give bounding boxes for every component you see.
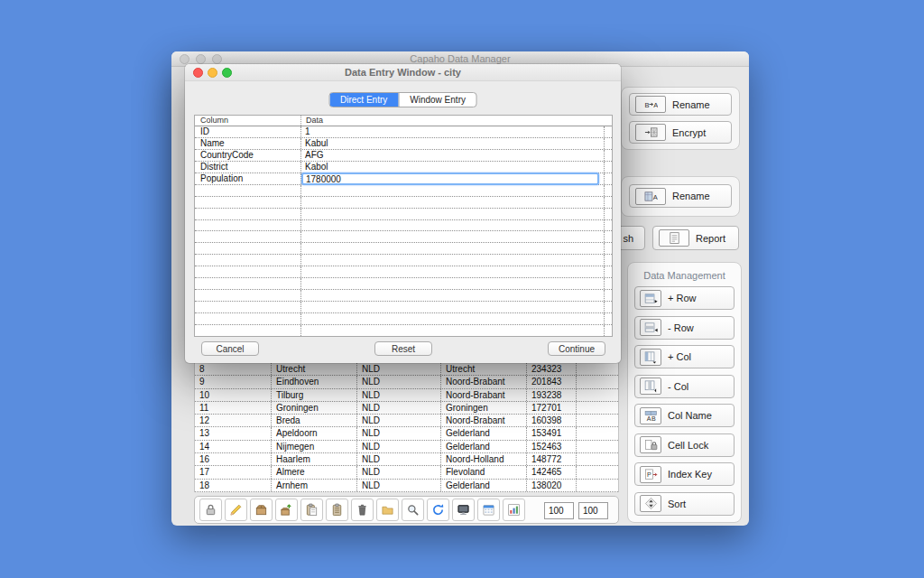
table-row[interactable]: 16HaarlemNLDNoord-Holland148772	[195, 453, 618, 466]
dialog-minimize-button[interactable]	[208, 68, 217, 78]
table-cell[interactable]: 201843	[527, 376, 577, 387]
clipboard-icon[interactable]	[326, 499, 348, 521]
table-cell[interactable]: 172701	[527, 402, 577, 414]
box-up-icon[interactable]	[275, 499, 298, 521]
entry-data-cell[interactable]: Kabul	[301, 138, 605, 149]
table-cell[interactable]: Haarlem	[272, 453, 357, 465]
table-cell[interactable]: Nijmegen	[272, 441, 357, 452]
table-cell[interactable]: Gelderland	[441, 480, 527, 491]
entry-row-empty[interactable]	[195, 278, 612, 290]
pencil-icon[interactable]	[225, 499, 247, 521]
table-row[interactable]: 10TilburgNLDNoord-Brabant193238	[195, 389, 618, 402]
reset-button[interactable]: Reset	[374, 341, 432, 356]
dm-button-celllock[interactable]: Cell Lock	[634, 434, 735, 457]
continue-button[interactable]: Continue	[548, 341, 605, 356]
entry-row-empty[interactable]	[195, 290, 612, 302]
table-row[interactable]: 13ApeldoornNLDGelderland153491	[195, 427, 618, 440]
table-cell[interactable]: Groningen	[441, 402, 527, 414]
table-cell[interactable]: 138020	[527, 480, 577, 491]
entry-data-cell[interactable]: AFG	[301, 150, 605, 161]
table-cell[interactable]	[577, 466, 618, 478]
table-row[interactable]: 9EindhovenNLDNoord-Brabant201843	[195, 376, 618, 388]
entry-row-empty[interactable]	[195, 313, 612, 325]
entry-row-empty[interactable]	[195, 266, 612, 278]
table-row[interactable]: 18ArnhemNLDGelderland138020	[195, 480, 618, 492]
calendar-icon[interactable]	[477, 499, 500, 521]
table-cell[interactable]: 12	[195, 415, 272, 426]
table-cell[interactable]: Utrecht	[272, 363, 357, 375]
paste-icon[interactable]	[300, 499, 323, 521]
table-cell[interactable]	[577, 402, 618, 414]
table-cell[interactable]: Almere	[272, 466, 357, 478]
entry-row-empty[interactable]	[195, 243, 612, 255]
table-row[interactable]: 11GroningenNLDGroningen172701	[195, 402, 618, 415]
table-cell[interactable]: Arnhem	[272, 480, 357, 491]
table-cell[interactable]: Gelderland	[441, 441, 527, 452]
encrypt-button[interactable]: Encrypt	[629, 121, 732, 144]
display-icon[interactable]	[452, 499, 475, 521]
table-cell[interactable]	[577, 389, 618, 401]
entry-row-empty[interactable]	[195, 185, 612, 197]
table-cell[interactable]: 17	[195, 466, 272, 478]
rename-button[interactable]: BARename	[629, 93, 732, 116]
folder-icon[interactable]	[376, 499, 399, 521]
table-cell[interactable]: 11	[195, 402, 272, 414]
dm-button-col[interactable]: + Col	[634, 345, 735, 368]
entry-row-empty[interactable]	[195, 231, 612, 243]
table-cell[interactable]: NLD	[357, 480, 441, 491]
table-cell[interactable]: NLD	[357, 376, 441, 387]
cancel-button[interactable]: Cancel	[201, 341, 259, 356]
table-cell[interactable]: NLD	[357, 441, 441, 452]
table-cell[interactable]	[577, 363, 618, 375]
table-row[interactable]: 14NijmegenNLDGelderland152463	[195, 441, 618, 453]
table-cell[interactable]	[577, 376, 618, 387]
dm-button-row[interactable]: - Row	[634, 316, 735, 340]
table-cell[interactable]: 148772	[527, 453, 577, 465]
entry-row-empty[interactable]	[195, 302, 612, 313]
table-cell[interactable]: Flevoland	[441, 466, 527, 478]
table-cell[interactable]: Noord-Holland	[441, 453, 527, 465]
dialog-close-button[interactable]	[193, 68, 203, 78]
dialog-zoom-button[interactable]	[222, 68, 232, 78]
table-cell[interactable]	[577, 427, 618, 439]
table-cell[interactable]: NLD	[357, 415, 441, 426]
lock-icon[interactable]	[199, 499, 222, 521]
table-cell[interactable]: 152463	[527, 441, 577, 452]
entry-row-empty[interactable]	[195, 255, 612, 266]
table-cell[interactable]	[577, 480, 618, 491]
table-cell[interactable]: 18	[195, 480, 272, 491]
table-cell[interactable]: Noord-Brabant	[441, 415, 527, 426]
dialog-titlebar[interactable]: Data Entry Window - city	[185, 64, 621, 81]
entry-row-empty[interactable]	[195, 325, 612, 337]
table-cell[interactable]: 160398	[527, 415, 577, 426]
table-cell[interactable]: NLD	[357, 402, 441, 414]
entry-data-cell[interactable]: 1780000	[301, 173, 605, 184]
table-row[interactable]: 17AlmereNLDFlevoland142465	[195, 466, 618, 479]
entry-data-cell[interactable]: Kabol	[301, 162, 605, 172]
table-cell[interactable]: NLD	[357, 466, 441, 478]
zoom-button[interactable]	[212, 54, 222, 64]
table-cell[interactable]: Gelderland	[441, 427, 527, 439]
table-cell[interactable]: 14	[195, 441, 272, 452]
table-cell[interactable]: 13	[195, 427, 272, 439]
table-row[interactable]: 12BredaNLDNoord-Brabant160398	[195, 415, 618, 427]
table-cell[interactable]: 8	[195, 363, 272, 375]
dm-button-col[interactable]: - Col	[634, 375, 735, 398]
dm-button-row[interactable]: + Row	[634, 286, 735, 310]
table-cell[interactable]: Apeldoorn	[272, 427, 357, 439]
table-cell[interactable]: 142465	[527, 466, 577, 478]
table-cell[interactable]: Noord-Brabant	[441, 376, 527, 387]
table-cell[interactable]: 153491	[527, 427, 577, 439]
trash-icon[interactable]	[351, 499, 374, 521]
close-button[interactable]	[180, 54, 189, 64]
table-cell[interactable]: NLD	[357, 427, 441, 439]
table-cell[interactable]: NLD	[357, 363, 441, 375]
toolbar-field-1[interactable]: 100	[544, 502, 574, 519]
table-row[interactable]: 8UtrechtNLDUtrecht234323	[195, 363, 618, 376]
table-cell[interactable]: NLD	[357, 453, 441, 465]
entry-row-empty[interactable]	[195, 209, 612, 220]
report-button[interactable]: Report	[652, 226, 739, 250]
table-cell[interactable]: 234323	[527, 363, 577, 375]
city-table[interactable]: 8UtrechtNLDUtrecht2343239EindhovenNLDNoo…	[194, 363, 619, 492]
dm-button-sort[interactable]: Sort	[634, 492, 735, 516]
